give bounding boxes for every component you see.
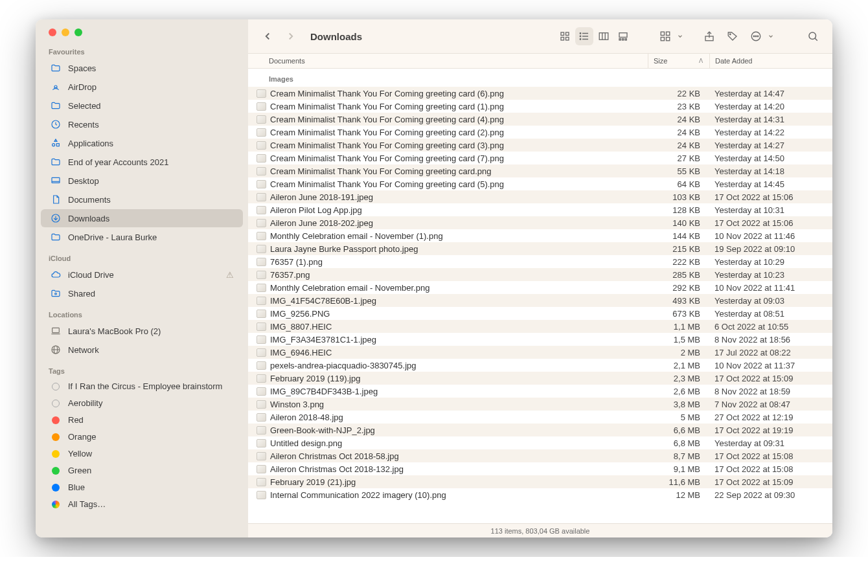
sidebar-item-label: Spaces xyxy=(68,63,96,73)
sidebar-item[interactable]: OneDrive - Laura Burke xyxy=(41,228,243,246)
group-by-button[interactable] xyxy=(656,27,674,45)
sidebar-item[interactable]: AirDrop xyxy=(41,78,243,96)
file-row[interactable]: IMG_6946.HEIC2 MB17 Jul 2022 at 08:22 xyxy=(248,346,832,359)
sidebar-item[interactable]: Aerobility xyxy=(41,395,243,411)
apps-icon xyxy=(50,137,62,149)
sidebar-item[interactable]: Selected xyxy=(41,96,243,115)
minimize-window-button[interactable] xyxy=(62,28,69,36)
file-row[interactable]: pexels-andrea-piacquadio-3830745.jpg2,1 … xyxy=(248,359,832,372)
file-name: Aileron Pilot Log App.jpg xyxy=(270,205,648,215)
file-size: 55 KB xyxy=(648,166,709,176)
file-list[interactable]: Images Cream Minimalist Thank You For Co… xyxy=(248,69,832,523)
file-row[interactable]: Cream Minimalist Thank You For Coming gr… xyxy=(248,139,832,152)
file-row[interactable]: 76357.png285 KBYesterday at 10:23 xyxy=(248,268,832,281)
svg-rect-14 xyxy=(561,32,564,36)
sidebar-item[interactable]: If I Ran the Circus - Employee brainstor… xyxy=(41,378,243,394)
file-size: 5 MB xyxy=(648,413,709,422)
share-button[interactable] xyxy=(700,27,718,45)
svg-rect-15 xyxy=(566,32,569,36)
file-name: Aileron June 2018-191.jpeg xyxy=(270,192,648,202)
sidebar-item[interactable]: Documents xyxy=(41,190,243,209)
file-row[interactable]: Cream Minimalist Thank You For Coming gr… xyxy=(248,177,832,190)
forward-button[interactable] xyxy=(282,27,300,45)
file-row[interactable]: Aileron Christmas Oct 2018-58.jpg8,7 MB1… xyxy=(248,449,832,462)
file-size: 11,6 MB xyxy=(648,477,709,487)
column-view-button[interactable] xyxy=(595,27,613,45)
file-row[interactable]: February 2019 (119).jpg2,3 MB17 Oct 2022… xyxy=(248,372,832,385)
sidebar-item[interactable]: Desktop xyxy=(41,172,243,190)
file-row[interactable]: 76357 (1).png222 KBYesterday at 10:29 xyxy=(248,255,832,268)
file-row[interactable]: Cream Minimalist Thank You For Coming gr… xyxy=(248,152,832,164)
file-icon xyxy=(256,243,266,254)
sidebar-item[interactable]: Shared xyxy=(41,284,243,302)
sidebar-item[interactable]: Green xyxy=(41,462,243,479)
tag-dot-icon xyxy=(52,467,60,475)
file-name: Cream Minimalist Thank You For Coming gr… xyxy=(270,166,648,176)
file-row[interactable]: Winston 3.png3,8 MB7 Nov 2022 at 08:47 xyxy=(248,398,832,411)
file-size: 12 MB xyxy=(648,490,709,500)
file-row[interactable]: IMG_89C7B4DF343B-1.jpeg2,6 MB8 Nov 2022 … xyxy=(248,385,832,398)
file-name: February 2019 (119).jpg xyxy=(270,374,648,383)
sidebar-item-label: Laura's MacBook Pro (2) xyxy=(68,326,161,336)
file-row[interactable]: Internal Communication 2022 imagery (10)… xyxy=(248,488,832,501)
file-row[interactable]: Cream Minimalist Thank You For Coming gr… xyxy=(248,87,832,100)
column-header-size[interactable]: Sizeᐱ xyxy=(648,54,709,68)
file-row[interactable]: Untitled design.png6,8 MBYesterday at 09… xyxy=(248,436,832,449)
file-row[interactable]: Monthly Celebration email - November (1)… xyxy=(248,229,832,242)
file-row[interactable]: Laura Jayne Burke Passport photo.jpeg215… xyxy=(248,242,832,255)
file-row[interactable]: Aileron Christmas Oct 2018-132.jpg9,1 MB… xyxy=(248,462,832,475)
sidebar-item[interactable]: End of year Accounts 2021 xyxy=(41,153,243,171)
file-row[interactable]: Aileron 2018-48.jpg5 MB27 Oct 2022 at 12… xyxy=(248,411,832,424)
sidebar-item[interactable]: Spaces xyxy=(41,59,243,77)
sidebar-item[interactable]: Orange xyxy=(41,429,243,445)
back-button[interactable] xyxy=(258,27,277,45)
sidebar-item-label: Yellow xyxy=(68,449,92,458)
icon-view-button[interactable] xyxy=(556,27,574,45)
laptop-icon xyxy=(50,325,62,337)
tags-button[interactable] xyxy=(724,27,742,45)
action-menu-button[interactable] xyxy=(747,27,765,45)
close-window-button[interactable] xyxy=(49,28,56,36)
file-row[interactable]: Cream Minimalist Thank You For Coming gr… xyxy=(248,164,832,177)
file-row[interactable]: IMG_9256.PNG673 KBYesterday at 08:51 xyxy=(248,307,832,320)
sidebar-item[interactable]: Recents xyxy=(41,115,243,133)
gallery-view-button[interactable] xyxy=(614,27,632,45)
sidebar-item[interactable]: Blue xyxy=(41,479,243,495)
file-row[interactable]: IMG_41F54C78E60B-1.jpeg493 KBYesterday a… xyxy=(248,294,832,307)
file-row[interactable]: IMG_8807.HEIC1,1 MB6 Oct 2022 at 10:55 xyxy=(248,320,832,333)
svg-rect-33 xyxy=(661,38,664,41)
file-icon xyxy=(256,386,266,396)
file-icon xyxy=(256,490,266,500)
sidebar-item[interactable]: iCloud Drive⚠ xyxy=(41,266,243,284)
file-row[interactable]: Aileron June 2018-202.jpeg140 KB17 Oct 2… xyxy=(248,216,832,229)
sidebar-item[interactable]: Red xyxy=(41,412,243,428)
column-header-date[interactable]: Date Added xyxy=(709,54,832,68)
file-row[interactable]: February 2019 (21).jpg11,6 MB17 Oct 2022… xyxy=(248,475,832,488)
sidebar-item[interactable]: Laura's MacBook Pro (2) xyxy=(41,322,243,340)
file-row[interactable]: Cream Minimalist Thank You For Coming gr… xyxy=(248,113,832,126)
file-row[interactable]: Cream Minimalist Thank You For Coming gr… xyxy=(248,100,832,113)
fullscreen-window-button[interactable] xyxy=(74,28,82,36)
file-row[interactable]: Aileron Pilot Log App.jpg128 KBYesterday… xyxy=(248,203,832,216)
file-row[interactable]: Monthly Celebration email - November.png… xyxy=(248,281,832,294)
file-row[interactable]: Cream Minimalist Thank You For Coming gr… xyxy=(248,126,832,139)
list-view-button[interactable] xyxy=(575,27,593,45)
file-size: 2,6 MB xyxy=(648,387,709,396)
sidebar-item[interactable]: Downloads xyxy=(41,209,243,227)
search-button[interactable] xyxy=(804,27,822,45)
file-size: 2,3 MB xyxy=(648,374,709,383)
file-date: Yesterday at 10:29 xyxy=(709,257,832,267)
file-row[interactable]: Aileron June 2018-191.jpeg103 KB17 Oct 2… xyxy=(248,190,832,203)
file-date: 17 Jul 2022 at 08:22 xyxy=(709,348,832,357)
airdrop-icon xyxy=(50,81,62,93)
sidebar-item[interactable]: Yellow xyxy=(41,446,243,462)
file-row[interactable]: Green-Book-with-NJP_2.jpg6,6 MB17 Oct 20… xyxy=(248,424,832,436)
sidebar-item[interactable]: Network xyxy=(41,341,243,359)
file-name: Cream Minimalist Thank You For Coming gr… xyxy=(270,179,648,189)
column-header-name[interactable]: Documents xyxy=(248,57,648,65)
download-icon xyxy=(50,212,62,224)
file-row[interactable]: IMG_F3A34E3781C1-1.jpeg1,5 MB8 Nov 2022 … xyxy=(248,333,832,346)
sidebar-item[interactable]: All Tags… xyxy=(41,496,243,512)
sidebar-item[interactable]: Applications xyxy=(41,134,243,152)
file-name: IMG_41F54C78E60B-1.jpeg xyxy=(270,296,648,306)
